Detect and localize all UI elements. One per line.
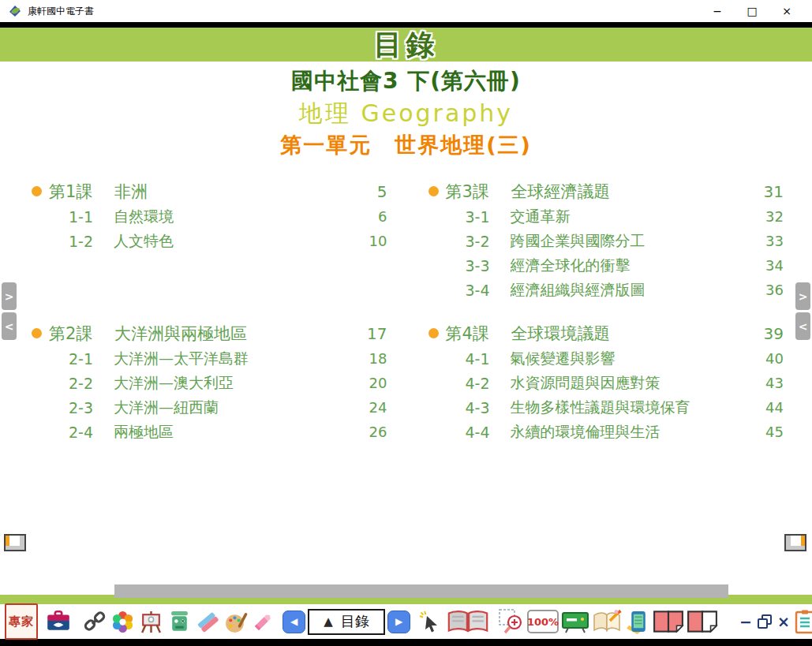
sub-number: 3-4 xyxy=(466,282,511,299)
highlighter-icon[interactable] xyxy=(252,607,275,636)
sub-page: 45 xyxy=(755,424,784,440)
sub-title: 永續的環境倫理與生活 xyxy=(511,422,756,442)
page-title: 目錄 xyxy=(374,28,439,61)
ebook-phone-icon[interactable] xyxy=(624,607,650,636)
next-page-button[interactable]: ▶ xyxy=(387,611,410,633)
toc-lesson-row[interactable]: 第3課 全球經濟議題 31 xyxy=(428,178,784,204)
sub-number: 3-3 xyxy=(466,257,511,274)
toc-sub-row[interactable]: 3-2 跨國企業與國際分工 33 xyxy=(428,229,784,253)
two-page-view-icon[interactable] xyxy=(653,607,684,636)
toolbar-close-button[interactable]: × xyxy=(776,607,791,636)
sub-title: 兩極地區 xyxy=(114,422,359,442)
toc-sub-row[interactable]: 4-1 氣候變遷與影響 40 xyxy=(428,346,784,371)
right-edge-nav: > < xyxy=(795,282,810,340)
palette-icon[interactable] xyxy=(223,607,249,636)
toc-lesson-row[interactable]: 第4課 全球環境議題 39 xyxy=(428,320,784,346)
toc-section: 第1課 非洲 5 1-1 自然環境 6 1-2 人文特色 10 xyxy=(32,178,387,314)
subject-title: 地理 Geography xyxy=(0,98,812,130)
sub-number: 1-2 xyxy=(69,233,114,250)
page-corner-left-icon[interactable] xyxy=(4,534,26,551)
sub-title: 自然環境 xyxy=(114,207,359,227)
lesson-title: 全球環境議題 xyxy=(511,323,756,345)
toolbar-minimize-button[interactable]: − xyxy=(738,607,754,636)
sub-number: 4-4 xyxy=(466,424,511,441)
toc-column: 第3課 全球經濟議題 31 3-1 交通革新 32 3-2 跨國企業與國際分工 … xyxy=(428,178,784,444)
toc-sub-row[interactable]: 2-1 大洋洲—太平洋島群 18 xyxy=(32,346,387,371)
bottom-black-strip xyxy=(0,639,812,646)
sub-page: 43 xyxy=(755,375,784,391)
toc-sub-row[interactable]: 4-4 永續的環境倫理與生活 45 xyxy=(428,420,784,444)
sub-page: 32 xyxy=(755,208,784,225)
toc-sub-row[interactable]: 1-2 人文特色 10 xyxy=(32,229,387,253)
robot-trash-icon[interactable] xyxy=(167,607,193,636)
toc-sub-row[interactable]: 4-2 水資源問題與因應對策 43 xyxy=(428,371,784,395)
book-spread-icon[interactable] xyxy=(445,607,491,636)
toc-column: 第1課 非洲 5 1-1 自然環境 6 1-2 人文特色 10 第2課 大洋洲與… xyxy=(32,178,387,444)
link-icon[interactable] xyxy=(82,607,107,636)
sub-number: 1-1 xyxy=(69,208,114,226)
sub-page: 18 xyxy=(359,350,387,367)
eraser-icon[interactable] xyxy=(195,607,221,636)
window-maximize-button[interactable]: □ xyxy=(735,5,769,17)
toc-sub-row[interactable]: 3-1 交通革新 32 xyxy=(428,204,784,229)
toc-columns: 第1課 非洲 5 1-1 自然環境 6 1-2 人文特色 10 第2課 大洋洲與… xyxy=(32,178,784,444)
toc-sub-row[interactable]: 2-3 大洋洲—紐西蘭 24 xyxy=(32,395,387,420)
sub-number: 2-4 xyxy=(69,424,114,441)
sub-number: 3-1 xyxy=(466,208,511,226)
toc-lesson-row[interactable]: 第1課 非洲 5 xyxy=(32,178,387,204)
toc-sub-row[interactable]: 3-3 經濟全球化的衝擊 34 xyxy=(428,253,784,278)
sub-rows: 4-1 氣候變遷與影響 40 4-2 水資源問題與因應對策 43 4-3 生物多… xyxy=(428,346,784,444)
sub-title: 經濟組織與經濟版圖 xyxy=(511,280,756,301)
toc-sub-row[interactable]: 2-2 大洋洲—澳大利亞 20 xyxy=(32,371,387,395)
toolbox-icon[interactable] xyxy=(45,607,72,636)
sub-title: 跨國企業與國際分工 xyxy=(511,231,756,252)
notes-clipboard-icon[interactable] xyxy=(794,607,812,636)
toc-sub-row[interactable]: 2-4 兩極地區 26 xyxy=(32,420,387,444)
left-panel-collapse-button[interactable]: < xyxy=(2,312,17,340)
zoom-in-icon[interactable] xyxy=(498,607,525,636)
lesson-title: 非洲 xyxy=(114,181,359,203)
book-title: 國中社會3 下(第六冊) xyxy=(0,66,812,96)
lesson-number: 第4課 xyxy=(446,323,511,345)
lesson-page: 17 xyxy=(359,324,387,343)
lesson-page: 39 xyxy=(755,324,784,343)
sub-number: 4-3 xyxy=(466,399,511,416)
window-close-button[interactable]: × xyxy=(769,5,804,17)
toc-sub-row[interactable]: 3-4 經濟組織與經濟版圖 36 xyxy=(428,278,784,302)
left-edge-nav: > < xyxy=(2,282,17,340)
expert-button-left[interactable]: 專家 xyxy=(5,603,38,640)
toc-sub-row[interactable]: 4-3 生物多樣性議題與環境保育 44 xyxy=(428,395,784,420)
sub-title: 大洋洲—紐西蘭 xyxy=(114,398,359,418)
toc-lesson-row[interactable]: 第2課 大洋洲與兩極地區 17 xyxy=(32,320,387,346)
lesson-page: 31 xyxy=(755,182,784,201)
toolbar-restore-button[interactable] xyxy=(756,607,773,636)
sub-title: 大洋洲—澳大利亞 xyxy=(114,373,359,394)
toc-section: 第3課 全球經濟議題 31 3-1 交通革新 32 3-2 跨國企業與國際分工 … xyxy=(428,178,784,314)
prev-page-button[interactable]: ◀ xyxy=(283,611,305,633)
right-panel-collapse-button[interactable]: < xyxy=(795,312,810,340)
right-panel-expand-button[interactable]: > xyxy=(795,282,810,310)
toc-sub-row[interactable]: 1-1 自然環境 6 xyxy=(32,204,387,229)
page-select-box[interactable]: ▲ 目錄 xyxy=(308,609,385,635)
single-page-view-icon[interactable] xyxy=(687,607,718,636)
bullet-icon xyxy=(32,186,42,196)
sub-page: 40 xyxy=(755,350,784,367)
current-page-label: 目錄 xyxy=(341,612,369,631)
sub-title: 水資源問題與因應對策 xyxy=(511,373,756,394)
cursor-tool-icon[interactable] xyxy=(417,607,443,636)
workbook-icon[interactable] xyxy=(592,607,622,636)
sub-number: 4-2 xyxy=(466,375,511,392)
sub-rows: 3-1 交通革新 32 3-2 跨國企業與國際分工 33 3-3 經濟全球化的衝… xyxy=(428,204,784,302)
window-controls: − □ × xyxy=(700,5,804,17)
sub-title: 交通革新 xyxy=(511,207,756,227)
horizontal-scrollbar[interactable] xyxy=(114,584,728,598)
page-corner-right-icon[interactable] xyxy=(784,534,806,551)
left-panel-expand-button[interactable]: > xyxy=(2,282,17,310)
flower-stamp-icon[interactable] xyxy=(110,607,136,636)
easel-icon[interactable] xyxy=(138,607,164,636)
zoom-level-indicator[interactable]: 100% xyxy=(527,610,559,633)
window-minimize-button[interactable]: − xyxy=(700,5,735,17)
chalkboard-icon[interactable] xyxy=(561,607,589,636)
lesson-number: 第2課 xyxy=(49,323,114,345)
app-window: 康軒國中電子書 − □ × 目錄 國中社會3 下(第六冊) 地理 Geograp… xyxy=(0,0,812,646)
